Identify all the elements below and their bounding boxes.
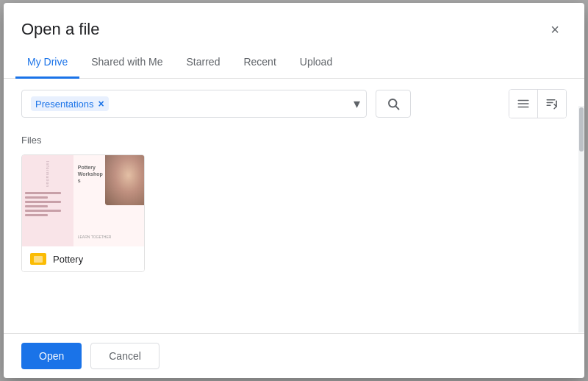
thumb-line [25, 214, 48, 216]
tab-shared-with-me[interactable]: Shared with Me [79, 47, 174, 79]
files-section-label: Files [21, 135, 567, 146]
thumb-photo [105, 155, 144, 205]
scrollbar-thumb [579, 107, 584, 152]
file-name: Pottery [53, 254, 83, 265]
filter-chip-label: Presentations [35, 99, 94, 110]
dialog-footer: Open Cancel [4, 333, 584, 378]
search-button[interactable] [376, 90, 411, 118]
open-button[interactable]: Open [21, 343, 82, 369]
tabs-bar: My Drive Shared with Me Starred Recent U… [4, 47, 584, 79]
tab-upload[interactable]: Upload [288, 47, 344, 79]
slides-icon-inner [34, 256, 43, 263]
dialog-header: Open a file × [4, 3, 584, 41]
thumb-line [25, 196, 48, 199]
close-button[interactable]: × [543, 18, 567, 41]
thumb-line [25, 192, 61, 194]
svg-line-1 [395, 106, 398, 109]
toolbar: Presentations × ▾ [4, 79, 584, 129]
thumb-line [25, 201, 61, 203]
thumb-line [25, 210, 61, 212]
tab-starred[interactable]: Starred [175, 47, 232, 79]
filter-dropdown[interactable]: Presentations × ▾ [21, 90, 367, 118]
thumb-subtitle: LEARN TOGETHER [78, 235, 140, 239]
thumb-left-panel: Information [22, 155, 74, 246]
search-icon [387, 97, 400, 110]
list-view-icon [517, 97, 530, 110]
slides-icon [30, 253, 46, 265]
thumb-line [25, 205, 48, 207]
scrollbar-track[interactable] [578, 106, 584, 332]
tab-recent[interactable]: Recent [232, 47, 287, 79]
file-thumbnail: Information [22, 155, 144, 246]
sort-button[interactable] [538, 90, 566, 118]
thumb-lines [25, 192, 71, 216]
dialog-title: Open a file [21, 20, 99, 39]
cancel-button[interactable]: Cancel [90, 343, 159, 369]
file-type-icon [29, 252, 47, 266]
filter-chip: Presentations × [31, 96, 109, 111]
sort-buttons [509, 89, 567, 118]
content-area: Files Information [4, 129, 584, 333]
thumb-right-panel: PotteryWorkshops LEARN TOGETHER [74, 155, 144, 246]
tab-my-drive[interactable]: My Drive [15, 47, 79, 79]
list-view-button[interactable] [509, 90, 538, 118]
filter-arrow: ▾ [354, 96, 360, 112]
open-file-dialog: Open a file × My Drive Shared with Me St… [4, 3, 584, 378]
files-grid: Information [21, 154, 567, 272]
file-footer: Pottery [22, 246, 144, 271]
filter-chip-remove[interactable]: × [98, 98, 104, 110]
file-card-pottery[interactable]: Information [21, 154, 145, 272]
sort-icon [545, 97, 559, 110]
